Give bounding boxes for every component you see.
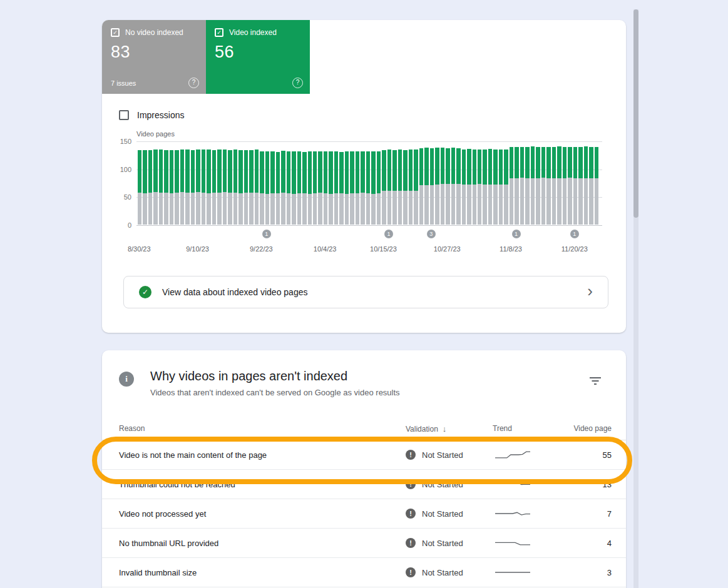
- bar-segment: [515, 147, 518, 225]
- trend-sparkline: [493, 566, 533, 579]
- bar-segment: [398, 150, 402, 225]
- validation-status: Not Started: [422, 539, 463, 548]
- bar-segment: [265, 151, 269, 225]
- header-video-pages: Video page: [568, 424, 612, 433]
- sort-down-icon: ↓: [443, 424, 447, 433]
- tile-label: No video indexed: [125, 28, 183, 37]
- warning-icon: !: [406, 479, 416, 489]
- filter-icon[interactable]: [587, 374, 603, 390]
- reason-cell: Video is not the main content of the pag…: [119, 450, 406, 460]
- bar-segment: [568, 147, 572, 225]
- y-tick-label: 50: [108, 193, 131, 201]
- video-indexing-summary-card: ✓ No video indexed 83 7 issues ? ✓ Video…: [102, 20, 626, 333]
- bar-segment: [329, 151, 332, 225]
- header-reason: Reason: [119, 424, 406, 433]
- bar-segment: [478, 150, 481, 225]
- help-icon[interactable]: ?: [292, 78, 303, 88]
- bar-segment: [557, 146, 561, 225]
- bar-segment: [414, 150, 418, 225]
- bar-segment: [292, 151, 295, 225]
- tile-label: Video indexed: [229, 28, 277, 37]
- x-axis-line: [136, 225, 602, 226]
- validation-status: Not Started: [422, 450, 463, 460]
- x-axis-label: 9/22/23: [250, 245, 273, 253]
- x-axis-label: 11/8/23: [500, 245, 522, 253]
- bar-segment: [276, 152, 280, 225]
- header-validation[interactable]: Validation↓: [406, 424, 493, 433]
- check-circle-icon: ✓: [139, 286, 151, 298]
- bar-segment: [148, 150, 152, 225]
- bar-segment: [382, 150, 386, 225]
- bar-segment: [223, 150, 227, 225]
- bar-segment: [424, 148, 428, 225]
- reasons-table: Reason Validation↓ Trend Video page Vide…: [102, 417, 626, 587]
- table-row[interactable]: Video not processed yet !Not Started 7: [102, 499, 626, 529]
- x-axis-labels-row: 8/30/239/10/239/22/2310/4/2310/15/2310/2…: [136, 245, 598, 255]
- bar-segment: [451, 148, 455, 225]
- scrollbar-thumb[interactable]: [633, 9, 638, 218]
- bar-segment: [456, 148, 460, 225]
- bar-segment: [255, 150, 259, 225]
- tile-value: 56: [215, 43, 301, 62]
- bar-segment: [371, 151, 375, 225]
- bar-segment: [238, 150, 242, 225]
- bar-segment: [446, 148, 449, 225]
- bar-segment: [493, 150, 497, 225]
- metric-tile-not-indexed[interactable]: ✓ No video indexed 83 7 issues ?: [102, 20, 206, 94]
- bar-segment: [324, 151, 327, 225]
- bar-segment: [164, 150, 168, 225]
- chart-plot-area: 150 100 50 0: [136, 141, 602, 225]
- annotation-badge[interactable]: 3: [427, 230, 436, 238]
- metric-tile-indexed[interactable]: ✓ Video indexed 56 ?: [206, 20, 310, 94]
- checkbox-unchecked-icon[interactable]: [119, 110, 129, 120]
- bar-segment: [281, 151, 285, 225]
- video-indexing-report-page: ✓ No video indexed 83 7 issues ? ✓ Video…: [0, 0, 728, 588]
- checkbox-checked-icon[interactable]: ✓: [215, 28, 223, 37]
- view-data-link[interactable]: ✓ View data about indexed video pages ›: [123, 276, 608, 308]
- bar-segment: [228, 150, 232, 225]
- bar-segment: [287, 151, 290, 225]
- bar-segment: [552, 147, 556, 225]
- bar-segment: [244, 150, 248, 225]
- validation-status: Not Started: [422, 509, 463, 519]
- table-row[interactable]: No thumbnail URL provided !Not Started 4: [102, 529, 626, 558]
- bar-segment: [536, 147, 540, 225]
- reason-cell: Thumbnail could not be reached: [119, 480, 406, 489]
- annotation-badge[interactable]: 1: [384, 230, 393, 238]
- bar-segment: [175, 150, 178, 225]
- table-row[interactable]: Invalid thumbnail size !Not Started 3: [102, 558, 626, 587]
- bar-segment: [541, 147, 545, 225]
- help-icon[interactable]: ?: [188, 78, 199, 88]
- bar-segment: [302, 152, 306, 225]
- reason-cell: No thumbnail URL provided: [119, 539, 406, 548]
- checkbox-checked-icon[interactable]: ✓: [111, 28, 120, 37]
- table-row[interactable]: Video is not the main content of the pag…: [102, 440, 626, 470]
- bar-segment: [170, 150, 173, 225]
- bar-segment: [392, 150, 396, 225]
- table-row[interactable]: Thumbnail could not be reached !Not Star…: [102, 470, 626, 499]
- bar-segment: [361, 151, 364, 225]
- bar-segment: [366, 151, 370, 225]
- warning-icon: !: [406, 567, 416, 577]
- impressions-checkbox[interactable]: Impressions: [119, 110, 184, 120]
- video-pages-count: 55: [568, 450, 612, 460]
- bar-segment: [462, 150, 466, 225]
- bar-segment: [143, 150, 146, 225]
- bar-segment: [504, 150, 508, 225]
- bar-segment: [525, 147, 529, 225]
- annotation-markers-row: 11311: [136, 230, 598, 240]
- x-axis-label: 11/20/23: [561, 245, 588, 253]
- bar-segment: [196, 150, 200, 225]
- bar-segment: [180, 150, 184, 225]
- bar-segment: [318, 151, 322, 225]
- why-not-indexed-card: i Why videos in pages aren't indexed Vid…: [102, 350, 626, 588]
- bar-segment: [473, 150, 476, 225]
- annotation-badge[interactable]: 1: [262, 230, 271, 238]
- bar-segment: [153, 150, 157, 225]
- video-pages-count: 3: [568, 568, 612, 577]
- annotation-badge[interactable]: 1: [512, 230, 521, 238]
- annotation-badge[interactable]: 1: [570, 230, 579, 238]
- section-title: Why videos in pages aren't indexed: [150, 369, 587, 383]
- bar-segment: [578, 147, 582, 225]
- y-axis-title: Video pages: [136, 130, 602, 138]
